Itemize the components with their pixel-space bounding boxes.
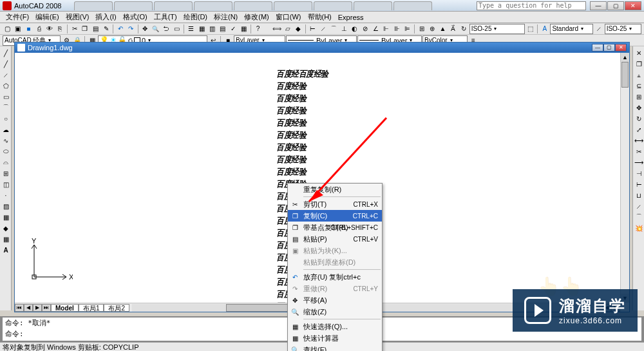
doc-close-button[interactable]: ✕ (615, 44, 627, 52)
dim-radius-button[interactable]: ◐ (350, 24, 359, 34)
copy-button[interactable] (80, 24, 90, 34)
minimize-button[interactable]: — (590, 1, 607, 10)
line-tool[interactable]: ╱ (1, 48, 11, 58)
dim-tedit-button[interactable]: A⃗ (448, 24, 458, 34)
vertical-scrollbar[interactable]: ▲ ▼ (620, 53, 629, 303)
browser-tab[interactable] (393, 1, 432, 10)
offset-tool[interactable]: ⊆ (634, 81, 644, 91)
layout-tab-2[interactable]: 布局2 (104, 304, 129, 312)
doc-minimize-button[interactable]: — (592, 44, 603, 52)
rotate-tool[interactable]: ↻ (634, 113, 644, 124)
menu-draw[interactable]: 绘图(D) (180, 12, 211, 22)
join-tool[interactable]: ⊔ (634, 190, 644, 200)
ctx-undo[interactable]: ↶ 放弃(U) 复制ctrl+c (288, 271, 382, 283)
plot-preview-button[interactable]: 👁 (44, 24, 54, 34)
menu-insert[interactable]: 插入(I) (92, 12, 119, 22)
array-tool[interactable]: ⊞ (634, 91, 644, 102)
ctx-cut[interactable]: ✂ 剪切(T) CTRL+X (288, 198, 382, 210)
zoom-realtime-button[interactable] (151, 24, 160, 34)
menu-edit[interactable]: 编辑(E) (32, 12, 62, 22)
tolerance-button[interactable]: ⊞ (417, 24, 426, 34)
drawing-text[interactable]: 百度经百度经验 (276, 68, 328, 80)
dim-edit-button[interactable]: ▲ (438, 24, 448, 34)
doc-maximize-button[interactable]: ▢ (603, 44, 615, 52)
browser-tab[interactable] (314, 1, 352, 10)
zoom-window-button[interactable]: ▭ (172, 24, 182, 34)
dim-aligned-button[interactable]: ⟋ (318, 24, 328, 34)
design-center-button[interactable]: ▦ (196, 24, 206, 34)
table-tool[interactable]: ▦ (1, 234, 11, 244)
spline-tool[interactable]: ∿ (1, 135, 11, 146)
area-button[interactable]: ▱ (283, 24, 292, 34)
menu-window[interactable]: 窗口(W) (272, 12, 305, 22)
redo-button[interactable] (126, 24, 136, 34)
dim-style2-combo[interactable]: ISO-25 (605, 24, 641, 34)
menu-file[interactable]: 文件(F) (3, 12, 32, 22)
close-button[interactable]: ✕ (625, 1, 641, 10)
dim-diameter-button[interactable]: ⊘ (361, 24, 370, 34)
dim-continue-button[interactable]: ⊫ (402, 24, 412, 34)
chamfer-tool[interactable]: ⟋ (634, 201, 644, 211)
dim-style-combo[interactable]: ISO-25 (469, 24, 525, 34)
new-button[interactable] (3, 24, 12, 34)
dim-baseline-button[interactable]: ⊪ (392, 24, 402, 34)
menu-format[interactable]: 格式(O) (120, 12, 151, 22)
fillet-tool[interactable]: ⌒ (634, 212, 644, 222)
browser-tab[interactable] (354, 1, 392, 10)
plot-button[interactable] (34, 24, 44, 34)
browser-tab[interactable] (74, 1, 113, 10)
drawing-text[interactable]: 百度经验 (276, 93, 328, 104)
tool-palettes-button[interactable]: ▥ (207, 24, 217, 34)
make-block-tool[interactable]: ◫ (1, 179, 11, 189)
ctx-copy-base[interactable]: ❐ 带基点复制(B) CTRL+SHIFT+C (288, 222, 382, 233)
scroll-up-arrow[interactable]: ▲ (621, 53, 629, 62)
trim-tool[interactable]: ✂ (634, 146, 644, 157)
dim-style-button[interactable]: ⬚ (526, 24, 535, 34)
drawing-text[interactable]: 百度经验 (276, 166, 328, 178)
ctx-copy[interactable]: ❐ 复制(C) CTRL+C (288, 210, 382, 222)
ellipse-tool[interactable]: ⬭ (1, 146, 11, 157)
polygon-tool[interactable]: ⬠ (1, 81, 11, 91)
scroll-thumb[interactable] (621, 62, 629, 88)
dim-ordinate-button[interactable]: ⊥ (339, 24, 349, 34)
break-point-tool[interactable]: ⊣ (634, 168, 644, 178)
text-style-combo[interactable]: Standard (550, 24, 593, 34)
tab-prev-button[interactable]: ◀ (24, 304, 33, 312)
markup-button[interactable]: ✓ (228, 24, 238, 34)
cut-button[interactable] (70, 24, 79, 34)
tab-first-button[interactable]: ⏮ (15, 304, 24, 312)
stretch-tool[interactable]: ⟷ (634, 135, 644, 146)
drawing-text[interactable]: 百度经验 (276, 129, 328, 141)
drawing-text[interactable]: 百度经验 (276, 117, 328, 129)
paste-button[interactable] (91, 24, 100, 34)
circle-tool[interactable]: ○ (1, 113, 11, 124)
move-tool[interactable]: ✥ (634, 102, 644, 113)
help-button[interactable]: ? (253, 24, 263, 34)
zoom-prev-button[interactable]: ⮌ (161, 24, 171, 34)
browser-tab[interactable] (114, 1, 153, 10)
ctx-find[interactable]: 🔍 查找(F)... (288, 344, 382, 351)
menu-tools[interactable]: 工具(T) (151, 12, 180, 22)
dim-update-button[interactable]: ↻ (459, 24, 468, 34)
ctx-qselect[interactable]: ▦ 快速选择(Q)... (288, 321, 382, 332)
drawing-text[interactable]: 百度经验 (276, 81, 328, 92)
menu-help[interactable]: 帮助(H) (305, 12, 335, 22)
undo-button[interactable] (115, 24, 125, 34)
menu-modify[interactable]: 修改(M) (241, 12, 272, 22)
arc-tool[interactable]: ⌒ (1, 102, 11, 113)
drawing-text[interactable]: 百度经验 (276, 142, 328, 153)
dim-angular-button[interactable]: ∠ (371, 24, 381, 34)
browser-tab[interactable] (154, 1, 193, 10)
explode-tool[interactable]: 💥 (634, 223, 644, 233)
mtext-tool[interactable]: A (1, 245, 11, 255)
save-button[interactable] (24, 24, 33, 34)
help-search-input[interactable] (477, 1, 586, 10)
maximize-button[interactable]: ▢ (607, 1, 624, 10)
ctx-zoom[interactable]: 🔍 缩放(Z) (288, 306, 382, 318)
drawing-text[interactable]: 百度经验 (276, 154, 328, 166)
dim-arc-button[interactable]: ⌒ (329, 24, 339, 34)
mirror-tool[interactable]: ⟁ (634, 70, 644, 80)
menu-express[interactable]: Express (335, 14, 367, 21)
ctx-pan[interactable]: ✥ 平移(A) (288, 294, 382, 306)
text-style-button[interactable]: A (540, 24, 549, 34)
